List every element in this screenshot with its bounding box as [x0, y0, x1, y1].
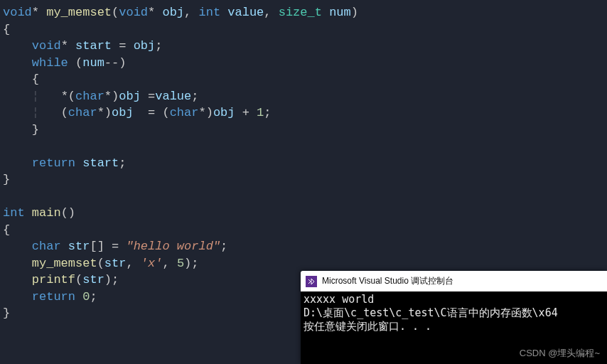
console-line-3: 按任意键关闭此窗口. . . — [304, 320, 431, 333]
function-name: my_memset — [46, 6, 112, 19]
console-title: Microsoft Visual Studio 调试控制台 — [322, 275, 453, 287]
keyword-void: void — [3, 6, 32, 19]
console-line-2: D:\桌面\c_test\c_test\C语言中的内存函数\x64 — [304, 306, 558, 319]
console-output: xxxxx world D:\桌面\c_test\c_test\C语言中的内存函… — [301, 291, 607, 335]
watermark-text: CSDN @埋头编程~ — [520, 347, 600, 360]
star: * — [32, 6, 39, 19]
console-titlebar[interactable]: Microsoft Visual Studio 调试控制台 — [301, 271, 607, 291]
debug-console-window[interactable]: Microsoft Visual Studio 调试控制台 xxxxx worl… — [301, 271, 607, 364]
visual-studio-icon — [306, 276, 317, 287]
console-line-1: xxxxx world — [304, 293, 374, 306]
